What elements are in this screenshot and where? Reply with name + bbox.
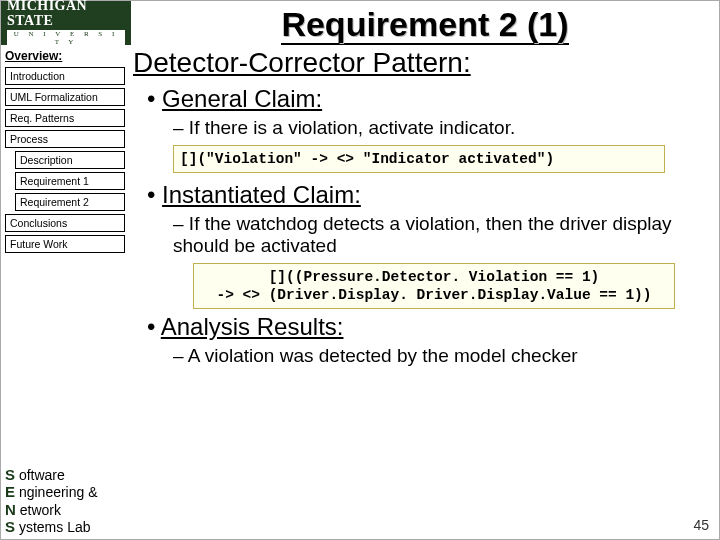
nav-conclusions[interactable]: Conclusions [5,214,125,232]
nav-requirement-2[interactable]: Requirement 2 [15,193,125,211]
content-heading: Detector-Corrector Pattern: [133,47,705,79]
nav-introduction[interactable]: Introduction [5,67,125,85]
nav-req-patterns[interactable]: Req. Patterns [5,109,125,127]
nav-future-work[interactable]: Future Work [5,235,125,253]
logo-line1: MICHIGAN STATE [7,0,125,28]
lab-footer: S oftware E ngineering & N etwork S yste… [5,466,98,535]
analysis-results-text: A violation was detected by the model ch… [173,345,705,367]
sidebar-heading: Overview: [5,49,125,63]
nav-process[interactable]: Process [5,130,125,148]
slide-number: 45 [693,517,709,533]
general-claim-label: General Claim: [147,85,705,113]
code-box-2: []((Pressure.Detector. Violation == 1) -… [193,263,675,309]
instantiated-claim-text: If the watchdog detects a violation, the… [173,213,705,257]
instantiated-claim-label: Instantiated Claim: [147,181,705,209]
nav-uml-formalization[interactable]: UML Formalization [5,88,125,106]
nav-description[interactable]: Description [15,151,125,169]
nav-requirement-1[interactable]: Requirement 1 [15,172,125,190]
university-logo: MICHIGAN STATE U N I V E R S I T Y [1,1,131,45]
slide-content: Detector-Corrector Pattern: General Clai… [131,45,719,373]
sidebar-nav: Overview: Introduction UML Formalization… [1,45,131,373]
slide-title: Requirement 2 (1) [131,1,719,45]
general-claim-text: If there is a violation, activate indica… [173,117,705,139]
analysis-results-label: Analysis Results: [147,313,705,341]
code-box-1: []("Violation" -> <> "Indicator activate… [173,145,665,173]
